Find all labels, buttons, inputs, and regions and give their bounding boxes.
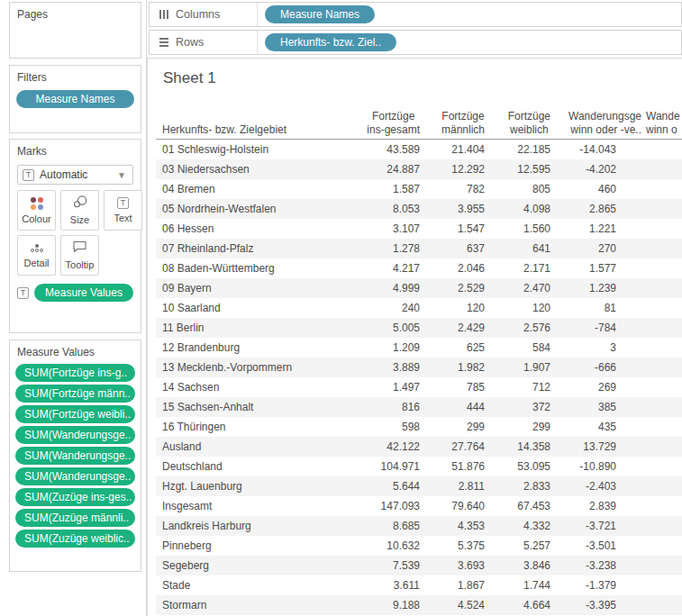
value-cell[interactable]: 435 <box>550 417 616 437</box>
row-header-cell[interactable]: 06 Hessen <box>156 219 355 239</box>
value-cell[interactable]: -1.379 <box>550 575 616 595</box>
value-cell[interactable]: 2.811 <box>420 476 485 496</box>
mark-type-dropdown[interactable]: T Automatic ▼ <box>17 165 133 185</box>
measure-values-pill[interactable]: SUM(Wanderungsge.. <box>15 467 135 485</box>
value-cell[interactable]: 4.999 <box>355 278 420 298</box>
value-cell[interactable]: 270 <box>550 239 616 258</box>
measure-values-pill[interactable]: SUM(Zuzüge weiblic.. <box>15 530 135 548</box>
row-header-cell[interactable]: 04 Bremen <box>156 179 355 199</box>
value-cell[interactable]: 625 <box>420 338 485 358</box>
value-cell[interactable]: 79.640 <box>420 496 485 516</box>
value-cell[interactable]: 27.764 <box>420 437 485 457</box>
value-cell[interactable]: -2.403 <box>550 476 616 496</box>
column-header-clipped[interactable]: Wande winn o <box>646 110 680 136</box>
value-cell[interactable]: 67.453 <box>485 496 550 516</box>
row-header-cell[interactable]: Segeberg <box>156 556 355 575</box>
value-cell[interactable]: 3.611 <box>355 575 420 595</box>
value-cell[interactable]: 147.093 <box>355 496 420 516</box>
value-cell[interactable]: 1.744 <box>485 575 550 595</box>
text-button[interactable]: T Text <box>104 190 142 231</box>
value-cell[interactable]: 5.644 <box>355 476 420 496</box>
columns-shelf[interactable]: Columns Measure Names <box>149 2 682 27</box>
row-header-cell[interactable]: 14 Sachsen <box>156 377 355 397</box>
row-dimension-header[interactable]: Herkunfts- bzw. Zielgebiet <box>162 123 286 137</box>
value-cell[interactable]: 1.209 <box>355 338 420 358</box>
value-cell[interactable]: 8.053 <box>355 199 420 219</box>
row-header-cell[interactable]: Landkreis Harburg <box>156 516 355 536</box>
value-cell[interactable]: 4.217 <box>355 258 420 278</box>
row-header-cell[interactable]: 03 Niedersachsen <box>156 159 355 179</box>
row-header-cell[interactable]: 11 Berlin <box>156 318 355 338</box>
value-cell[interactable]: 43.589 <box>355 140 420 159</box>
value-cell[interactable]: -784 <box>550 318 616 338</box>
value-cell[interactable]: 3.889 <box>355 358 420 377</box>
column-header-fortzuege-maennlich[interactable]: Fortzüge männlich <box>441 110 485 136</box>
value-cell[interactable]: 385 <box>550 397 616 417</box>
tooltip-button[interactable]: Tooltip <box>60 235 99 276</box>
value-cell[interactable]: 816 <box>355 397 420 417</box>
value-cell[interactable]: 460 <box>550 179 616 199</box>
value-cell[interactable]: 2.576 <box>485 318 550 338</box>
value-cell[interactable]: 805 <box>485 179 550 199</box>
value-cell[interactable]: 10.632 <box>355 536 420 556</box>
value-cell[interactable]: 21.404 <box>420 140 485 159</box>
value-cell[interactable]: 4.353 <box>420 516 485 536</box>
value-cell[interactable]: 24.887 <box>355 159 420 179</box>
row-header-cell[interactable]: 13 Mecklenb.-Vorpommern <box>156 358 355 377</box>
value-cell[interactable]: 120 <box>485 298 550 318</box>
measure-values-shelf[interactable]: Measure Values SUM(Fortzüge ins-g..SUM(F… <box>9 340 141 572</box>
value-cell[interactable]: 444 <box>420 397 485 417</box>
value-cell[interactable]: 2.470 <box>485 278 550 298</box>
colour-button[interactable]: Colour <box>17 190 56 231</box>
value-cell[interactable]: 9.188 <box>355 595 420 615</box>
value-cell[interactable]: 2.865 <box>550 199 616 219</box>
value-cell[interactable]: 240 <box>355 298 420 318</box>
value-cell[interactable]: 8.685 <box>355 516 420 536</box>
value-cell[interactable]: 7.539 <box>355 556 420 575</box>
value-cell[interactable]: 2.839 <box>550 496 616 516</box>
measure-values-pill[interactable]: SUM(Fortzüge männ.. <box>15 385 135 403</box>
value-cell[interactable]: 1.587 <box>355 179 420 199</box>
value-cell[interactable]: 81 <box>550 298 616 318</box>
value-cell[interactable]: 12.595 <box>485 159 550 179</box>
value-cell[interactable]: 13.729 <box>550 437 616 457</box>
row-header-cell[interactable]: 05 Nordrhein-Westfalen <box>156 199 355 219</box>
value-cell[interactable]: 712 <box>485 377 550 397</box>
value-cell[interactable]: -10.890 <box>550 457 616 476</box>
value-cell[interactable]: 641 <box>485 239 550 258</box>
value-cell[interactable]: 22.185 <box>485 140 550 159</box>
marks-pill-measure-values[interactable]: Measure Values <box>34 284 133 302</box>
row-header-cell[interactable]: Insgesamt <box>156 496 355 516</box>
value-cell[interactable]: 104.971 <box>355 457 420 476</box>
value-cell[interactable]: 584 <box>485 338 550 358</box>
column-header-wanderungsgewinn[interactable]: Wanderungsge winn oder -ve.. <box>568 110 641 136</box>
row-header-cell[interactable]: Ausland <box>156 437 355 457</box>
value-cell[interactable]: 51.876 <box>420 457 485 476</box>
row-header-cell[interactable]: 16 Thüringen <box>156 417 355 437</box>
column-header-fortzuege-weiblich[interactable]: Fortzüge weiblich <box>508 110 550 136</box>
row-header-cell[interactable]: Deutschland <box>156 457 355 476</box>
value-cell[interactable]: -3.395 <box>550 595 616 615</box>
size-button[interactable]: Size <box>60 190 99 231</box>
row-header-cell[interactable]: Stormarn <box>156 595 355 615</box>
value-cell[interactable]: 2.046 <box>420 258 485 278</box>
value-cell[interactable]: 1.982 <box>420 358 485 377</box>
pages-shelf[interactable]: Pages <box>9 2 141 59</box>
detail-button[interactable]: Detail <box>17 235 56 276</box>
value-cell[interactable]: 637 <box>420 239 485 258</box>
value-cell[interactable]: 4.332 <box>485 516 550 536</box>
value-cell[interactable]: 299 <box>420 417 485 437</box>
value-cell[interactable]: -4.202 <box>550 159 616 179</box>
value-cell[interactable]: 1.560 <box>485 219 550 239</box>
rows-pill-herkunfts[interactable]: Herkunfts- bzw. Ziel.. <box>265 33 396 51</box>
value-cell[interactable]: 5.375 <box>420 536 485 556</box>
row-header-cell[interactable]: 08 Baden-Württemberg <box>156 258 355 278</box>
measure-values-pill[interactable]: SUM(Zuzüge ins-ges.. <box>15 488 135 506</box>
row-header-cell[interactable]: 10 Saarland <box>156 298 355 318</box>
value-cell[interactable]: 269 <box>550 377 616 397</box>
value-cell[interactable]: 3.693 <box>420 556 485 575</box>
value-cell[interactable]: 120 <box>420 298 485 318</box>
row-header-cell[interactable]: 01 Schleswig-Holstein <box>156 140 355 159</box>
measure-values-pill[interactable]: SUM(Fortzüge ins-g.. <box>15 364 135 382</box>
measure-values-pill[interactable]: SUM(Wanderungsge.. <box>15 426 135 444</box>
